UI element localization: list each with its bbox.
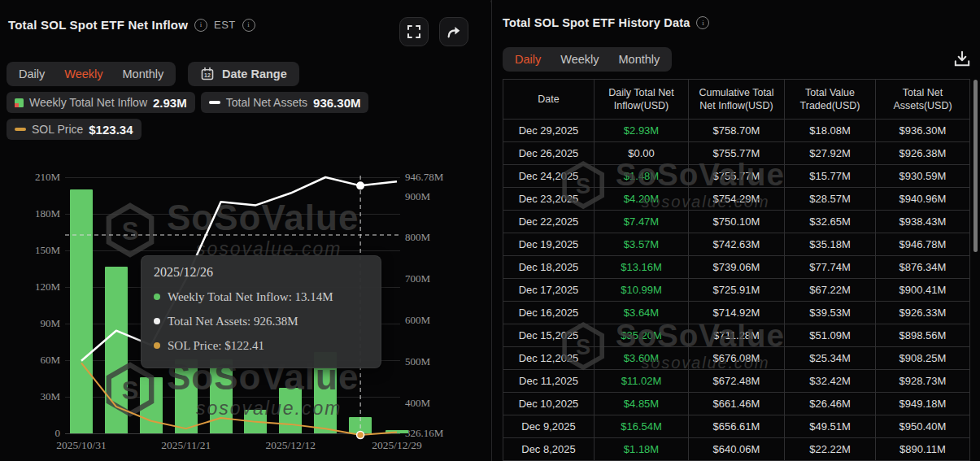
value-cell: $900.41M bbox=[876, 279, 970, 302]
info-icon[interactable]: i bbox=[194, 19, 207, 32]
value-cell: $2.93M bbox=[595, 120, 689, 142]
table-row: Dec 17,2025$10.99M$725.91M$67.22M$900.41… bbox=[503, 279, 970, 302]
date-cell: Dec 22,2025 bbox=[503, 211, 595, 233]
date-cell: Dec 29,2025 bbox=[503, 120, 595, 142]
legend-sol-price[interactable]: SOL Price$123.34 bbox=[7, 119, 142, 140]
value-cell: $4.85M bbox=[595, 393, 689, 415]
value-cell: $725.91M bbox=[689, 279, 785, 302]
value-cell: $16.54M bbox=[595, 415, 689, 438]
value-cell: $49.51M bbox=[785, 415, 876, 438]
value-cell: $27.92M bbox=[785, 142, 876, 165]
tab-weekly[interactable]: Weekly bbox=[54, 62, 112, 86]
gridline bbox=[65, 250, 400, 251]
legend-value: 2.93M bbox=[153, 96, 187, 110]
chart-title: Total SOL Spot ETF Net Inflow bbox=[8, 18, 188, 32]
value-cell: $672.48M bbox=[689, 370, 785, 393]
date-cell: Dec 12,2025 bbox=[503, 347, 595, 370]
download-button[interactable] bbox=[951, 47, 973, 72]
value-cell: $750.10M bbox=[689, 211, 785, 233]
right-axis-label: 326.16M bbox=[405, 427, 443, 440]
bar-weekly-net-inflow[interactable] bbox=[349, 417, 372, 433]
value-cell: $926.33M bbox=[876, 302, 970, 324]
table-row: Dec 12,2025$3.60M$676.08M$25.34M$908.25M bbox=[503, 347, 970, 370]
left-axis-label: 30M bbox=[0, 390, 60, 403]
table-header-row: Total SOL Spot ETF History Data i bbox=[503, 16, 709, 29]
x-axis-label: 2025/10/31 bbox=[56, 439, 107, 452]
legend-label: Total Net Assets bbox=[226, 96, 307, 109]
table-row: Dec 18,2025$13.16M$739.06M$77.74M$876.34… bbox=[503, 256, 970, 279]
date-cell: Dec 15,2025 bbox=[503, 324, 595, 347]
chart-legend: Weekly Total Net Inflow2.93MTotal Net As… bbox=[7, 92, 429, 140]
value-cell: $940.96M bbox=[876, 188, 970, 211]
table-row: Dec 22,2025$7.47M$750.10M$32.65M$938.43M bbox=[503, 211, 970, 233]
sol-etf-dashboard: Total SOL Spot ETF Net Inflow i EST i Da… bbox=[0, 0, 980, 461]
orange-dash-icon bbox=[15, 128, 26, 132]
date-cell: Dec 9,2025 bbox=[503, 415, 595, 438]
vertical-scrollbar-thumb[interactable] bbox=[973, 80, 978, 252]
hover-marker-net-assets bbox=[356, 181, 364, 189]
table-row: Dec 19,2025$3.57M$742.63M$35.18M$946.78M bbox=[503, 233, 970, 256]
right-axis-label: 700M bbox=[405, 272, 430, 285]
value-cell: $13.16M bbox=[595, 256, 689, 279]
value-cell: $755.77M bbox=[689, 165, 785, 188]
column-header: Daily Total Net Inflow(USD) bbox=[595, 80, 689, 120]
legend-total-net-assets[interactable]: Total Net Assets936.30M bbox=[201, 92, 369, 113]
value-cell: $3.64M bbox=[595, 302, 689, 324]
value-cell: $714.92M bbox=[689, 302, 785, 324]
column-header: Cumulative Total Net Inflow(USD) bbox=[689, 80, 785, 120]
right-axis-label: 800M bbox=[405, 231, 430, 244]
tooltip-row: SOL Price: $122.41 bbox=[154, 333, 368, 358]
value-cell: $930.59M bbox=[876, 165, 970, 188]
table-row: Dec 29,2025$2.93M$758.70M$18.08M$936.30M bbox=[503, 120, 970, 142]
bar-weekly-net-inflow[interactable] bbox=[140, 377, 163, 433]
value-cell: $908.25M bbox=[876, 347, 970, 370]
info-icon[interactable]: i bbox=[696, 16, 709, 29]
table-title: Total SOL Spot ETF History Data bbox=[503, 16, 690, 29]
value-cell: $3.57M bbox=[595, 233, 689, 256]
bar-weekly-net-inflow[interactable] bbox=[210, 359, 233, 434]
bar-weekly-net-inflow[interactable] bbox=[385, 430, 408, 433]
value-cell: $10.99M bbox=[595, 279, 689, 302]
value-cell: $39.53M bbox=[785, 302, 876, 324]
tooltip-date: 2025/12/26 bbox=[154, 265, 368, 280]
series-dot-icon bbox=[154, 342, 160, 349]
legend-value: $123.34 bbox=[89, 123, 133, 137]
right-axis-label: 600M bbox=[405, 314, 430, 327]
column-header: Total Net Assets(USD) bbox=[876, 80, 970, 120]
date-cell: Dec 8,2025 bbox=[503, 438, 595, 461]
tab-monthly[interactable]: Monthly bbox=[113, 62, 174, 86]
gridline bbox=[65, 214, 400, 215]
x-axis-label: 2025/12/29 bbox=[372, 439, 422, 452]
tab-daily[interactable]: Daily bbox=[9, 62, 54, 86]
date-range-button[interactable]: 12 Date Range bbox=[188, 62, 299, 86]
x-axis-label: 2025/12/12 bbox=[266, 439, 316, 452]
tab-weekly[interactable]: Weekly bbox=[551, 47, 608, 72]
date-cell: Dec 18,2025 bbox=[503, 256, 595, 279]
legend-value: 936.30M bbox=[313, 96, 360, 110]
value-cell: $1.48M bbox=[595, 165, 689, 188]
bar-weekly-net-inflow[interactable] bbox=[175, 359, 198, 434]
info-icon[interactable]: i bbox=[242, 19, 255, 32]
tab-monthly[interactable]: Monthly bbox=[609, 47, 670, 72]
chart-period-tabs: DailyWeeklyMonthly bbox=[7, 62, 176, 86]
table-row: Dec 16,2025$3.64M$714.92M$39.53M$926.33M bbox=[503, 302, 970, 324]
value-cell: $936.30M bbox=[876, 120, 970, 142]
tab-daily[interactable]: Daily bbox=[505, 47, 551, 72]
value-cell: $18.08M bbox=[785, 120, 876, 142]
value-cell: $15.77M bbox=[785, 165, 876, 188]
fullscreen-button[interactable] bbox=[399, 17, 429, 46]
bar-weekly-net-inflow[interactable] bbox=[279, 388, 302, 433]
tooltip-row: Weekly Total Net Inflow: 13.14M bbox=[154, 285, 368, 309]
bar-weekly-net-inflow[interactable] bbox=[244, 410, 267, 433]
date-range-label: Date Range bbox=[222, 67, 287, 80]
share-button[interactable] bbox=[439, 17, 468, 46]
value-cell: $742.63M bbox=[689, 233, 785, 256]
download-icon bbox=[952, 49, 972, 68]
legend-weekly-total-net-inflow[interactable]: Weekly Total Net Inflow2.93M bbox=[7, 92, 195, 113]
value-cell: $755.77M bbox=[689, 142, 785, 165]
table-row: Dec 10,2025$4.85M$661.46M$26.46M$949.18M bbox=[503, 393, 970, 415]
bar-weekly-net-inflow[interactable] bbox=[70, 189, 93, 433]
column-header: Total Value Traded(USD) bbox=[785, 80, 876, 120]
bar-weekly-net-inflow[interactable] bbox=[105, 267, 128, 433]
value-cell: $25.34M bbox=[785, 347, 876, 370]
